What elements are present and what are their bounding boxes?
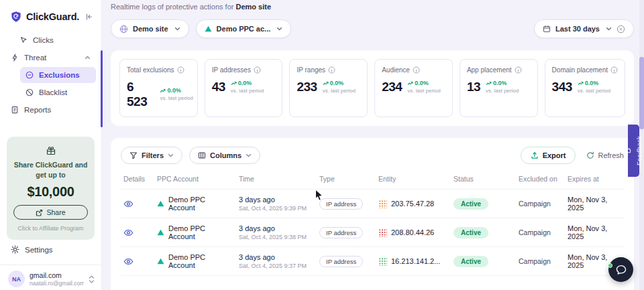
trend-up-icon xyxy=(231,81,237,86)
stat-change-pct: 0.0% xyxy=(238,80,252,88)
cell-time: 3 days ago Sat, Oct 4, 2025 9:37 PM xyxy=(236,247,317,276)
nav-label: Threat xyxy=(24,54,46,62)
sidebar-nav: Clicks Threat Exclusions xyxy=(0,31,101,119)
online-status-dot xyxy=(608,263,612,268)
trend-up-icon xyxy=(407,81,413,86)
cell-time: 3 days ago Sat, Oct 4, 2025 9:39 PM xyxy=(236,190,317,218)
site-filter-dropdown[interactable]: Demo site xyxy=(111,19,189,38)
time-relative: 3 days ago xyxy=(239,224,314,232)
stat-card: Domain placement 343 0.0% xyxy=(545,59,625,117)
stat-change-period: vs. last period xyxy=(231,88,264,94)
time-exact: Sat, Oct 4, 2025 9:39 PM xyxy=(239,205,314,212)
info-icon[interactable] xyxy=(177,66,184,74)
nav-label: Reports xyxy=(24,106,51,114)
user-email: naatali.ro@gmail.com xyxy=(30,280,84,287)
sidebar-scrollbar-thumb[interactable] xyxy=(101,50,103,127)
chevron-up-icon xyxy=(85,56,91,60)
sidebar-item-threat[interactable]: Threat xyxy=(5,50,96,66)
details-eye-button[interactable] xyxy=(123,200,133,208)
sidebar-item-exclusions[interactable]: Exclusions xyxy=(20,67,96,83)
stat-label: Audience xyxy=(382,66,410,74)
google-ads-icon xyxy=(157,258,164,265)
cell-type: IP address xyxy=(317,190,376,218)
type-badge: IP address xyxy=(319,227,363,238)
stat-change: 0.0% vs. last period xyxy=(407,80,440,94)
chevron-down-icon xyxy=(168,153,174,157)
entity-identicon xyxy=(378,257,387,266)
info-icon[interactable] xyxy=(610,66,618,74)
stat-change: 0.0% vs. last period xyxy=(486,80,519,94)
share-button[interactable]: Share xyxy=(13,205,88,220)
entity-identicon xyxy=(378,228,387,237)
feedback-icon xyxy=(625,147,632,154)
gear-icon xyxy=(11,245,19,254)
cell-entity: 208.80.44.26 xyxy=(376,218,451,247)
user-menu[interactable]: NA gmail.com naatali.ro@gmail.com xyxy=(0,265,101,290)
refresh-button[interactable]: Refresh xyxy=(586,151,624,159)
info-icon[interactable] xyxy=(328,66,335,74)
nav-label: Exclusions xyxy=(39,71,80,79)
filters-button[interactable]: Filters xyxy=(121,147,182,164)
info-icon[interactable] xyxy=(254,66,261,74)
chevron-down-icon xyxy=(174,27,180,31)
share-icon xyxy=(36,209,43,216)
stat-change-period: vs. last period xyxy=(486,88,519,94)
filter-bar: Demo site Demo PPC ac... Last 30 days xyxy=(111,19,634,38)
calendar-icon xyxy=(543,25,551,33)
cell-excluded-on: Campaign xyxy=(516,247,565,276)
avatar: NA xyxy=(8,271,25,287)
details-eye-button[interactable] xyxy=(123,229,133,236)
collapse-sidebar-icon[interactable] xyxy=(85,13,93,21)
details-eye-button[interactable] xyxy=(123,258,133,265)
export-icon xyxy=(531,151,539,159)
export-button[interactable]: Export xyxy=(521,147,576,164)
col-header-expires-at: Expires at xyxy=(565,173,624,190)
feedback-tab[interactable]: Feedback xyxy=(628,125,639,177)
cell-details xyxy=(121,190,154,218)
funnel-icon xyxy=(129,151,138,159)
col-header-time: Time xyxy=(236,173,317,190)
affiliate-link[interactable]: Click to Affiliate Program xyxy=(13,225,88,232)
cell-type: IP address xyxy=(317,218,376,247)
date-range-dropdown[interactable]: Last 30 days xyxy=(534,19,634,38)
stat-value: 13 xyxy=(467,80,480,94)
table-row: Demo PPC Account 3 days ago Sat, Oct 4, … xyxy=(121,190,624,218)
promo-text-line2: get up to xyxy=(13,170,88,180)
sidebar-item-clicks[interactable]: Clicks xyxy=(14,32,96,48)
user-meta: gmail.com naatali.ro@gmail.com xyxy=(30,271,84,287)
time-exact: Sat, Oct 4, 2025 9:38 PM xyxy=(239,234,314,240)
stat-change-period: vs. last period xyxy=(578,88,610,94)
google-ads-icon xyxy=(205,25,212,32)
cell-status: Active xyxy=(451,218,516,247)
stat-change: 0.0% vs. last period xyxy=(160,87,190,102)
cell-expires-at: Mon, Nov 3, 2025 xyxy=(565,190,624,218)
chevron-updown-icon xyxy=(89,275,95,283)
stat-value: 234 xyxy=(382,80,402,94)
clear-date-icon[interactable] xyxy=(616,25,625,33)
account-filter-dropdown[interactable]: Demo PPC ac... xyxy=(196,19,292,38)
chat-widget-button[interactable] xyxy=(608,257,633,282)
info-icon[interactable] xyxy=(413,66,420,74)
entity-value: 16.213.141.2... xyxy=(391,257,440,265)
sidebar-item-reports[interactable]: Reports xyxy=(5,102,96,118)
chevron-down-icon xyxy=(606,27,612,31)
stat-label: IP addresses xyxy=(212,66,251,74)
trend-up-icon xyxy=(486,81,492,86)
sidebar: ClickGuard. Clicks Threat xyxy=(0,0,102,290)
page-scrollbar-thumb[interactable] xyxy=(639,57,644,129)
user-name: gmail.com xyxy=(30,271,84,280)
stat-change-pct: 0.0% xyxy=(585,80,599,88)
account-filter-label: Demo PPC ac... xyxy=(217,25,271,33)
logo-row: ClickGuard. xyxy=(0,0,101,31)
sidebar-item-settings[interactable]: Settings xyxy=(0,240,101,259)
subtitle-prefix: Realtime logs of protective actions for xyxy=(111,3,233,11)
columns-button[interactable]: Columns xyxy=(189,147,260,164)
chat-bubble-icon xyxy=(615,264,627,276)
cell-details xyxy=(121,247,154,276)
info-icon[interactable] xyxy=(515,66,522,74)
stat-card: IP ranges 233 0.0% xyxy=(289,59,368,117)
col-header-details: Details xyxy=(121,173,154,190)
table-header-row: Details PPC Account Time Type Entity Sta… xyxy=(121,173,624,190)
sidebar-item-blacklist[interactable]: Blacklist xyxy=(20,84,96,100)
chevron-down-icon xyxy=(246,153,252,157)
